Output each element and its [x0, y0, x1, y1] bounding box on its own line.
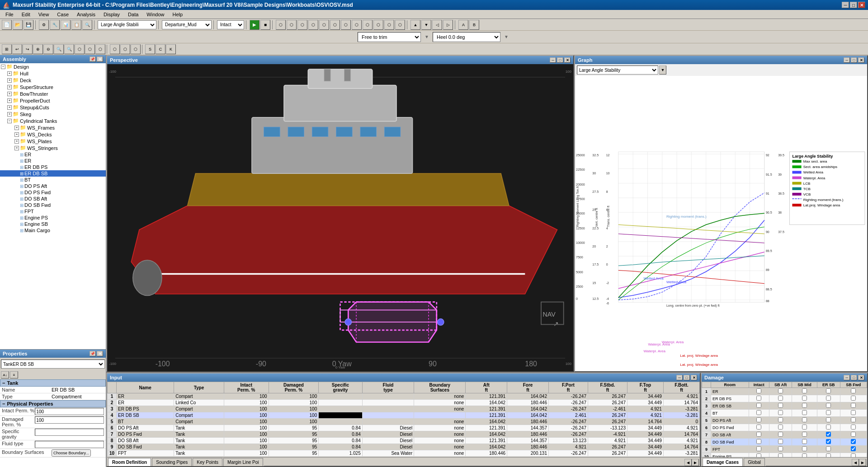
btn4[interactable]: 📊 — [61, 20, 71, 30]
properties-tank-dropdown[interactable]: TankER DB SB — [1, 360, 105, 369]
tree-item-dopsfwd[interactable]: ⊞ DO PS Fwd — [0, 189, 106, 196]
tree-item-skeg[interactable]: + 📁 Skeg — [0, 111, 106, 117]
dmg-chk-sbfwd[interactable] — [840, 417, 867, 424]
phys-section-header[interactable]: − Physical Properties — [0, 400, 106, 407]
save-btn[interactable]: 💾 — [24, 20, 33, 30]
menu-help[interactable]: Help — [169, 11, 186, 18]
dmg-chk-sbaft[interactable] — [769, 453, 792, 458]
tree-item-wsframes[interactable]: + 📁 WS_Frames — [0, 124, 106, 131]
dmg-chk-sbaft[interactable] — [769, 410, 792, 417]
input-min-btn[interactable]: ─ — [676, 375, 683, 380]
input-max-btn[interactable]: □ — [684, 375, 690, 380]
close-button[interactable]: ✕ — [858, 2, 865, 8]
assembly-close-btn[interactable]: ✕ — [97, 56, 103, 62]
assembly-pin-btn[interactable]: 📌 — [90, 56, 96, 62]
tb16[interactable]: ⬡ — [373, 20, 383, 30]
tree-item-erdbsb[interactable]: ⊞ ER DB SB — [0, 170, 106, 177]
dmg-chk-sbaft[interactable] — [769, 446, 792, 453]
tab-global[interactable]: Global — [744, 458, 765, 466]
btn2[interactable]: ⚙ — [39, 20, 49, 30]
persp-close-btn[interactable]: ✕ — [564, 57, 571, 63]
dmg-chk-sbaft[interactable] — [769, 417, 792, 424]
r3b2[interactable]: ↩ — [12, 44, 22, 54]
tree-item-cylindrical[interactable]: − 📁 Cylindrical Tanks — [0, 117, 106, 124]
tabs-scroll-right[interactable]: ▶ — [692, 459, 699, 466]
dmg-chk-sbaft[interactable] — [769, 395, 792, 402]
tb7[interactable]: ⬡ — [276, 20, 286, 30]
dmg-chk-intact[interactable] — [749, 446, 769, 453]
tree-item-stepup[interactable]: + 📁 Stepup&Cuts — [0, 104, 106, 111]
tab-room-def[interactable]: Room Definition — [108, 458, 151, 466]
r3b15[interactable]: C — [156, 44, 165, 54]
r3b5[interactable]: ⊖ — [43, 44, 53, 54]
tb20[interactable]: ▼ — [421, 20, 431, 30]
tree-item-dosbfwd[interactable]: ⊞ DO SB Fwd — [0, 202, 106, 208]
tree-item-er2[interactable]: ⊞ ER — [0, 158, 106, 164]
dmg-chk-sbmid[interactable] — [792, 439, 817, 446]
persp-max-btn[interactable]: □ — [557, 57, 563, 63]
case-dropdown[interactable]: Departure_Mud — [162, 20, 212, 29]
dmg-chk-ersb[interactable] — [817, 388, 840, 395]
dmg-chk-sbfwd[interactable] — [840, 410, 867, 417]
dmg-chk-intact[interactable] — [749, 453, 769, 458]
dmg-chk-intact[interactable] — [749, 388, 769, 395]
tb17[interactable]: ⬡ — [384, 20, 394, 30]
dmg-chk-intact[interactable] — [749, 439, 769, 446]
dmg-chk-sbfwd[interactable] — [840, 388, 867, 395]
dmg-chk-sbmid[interactable] — [792, 446, 817, 453]
menu-data[interactable]: Data — [124, 11, 142, 18]
dmg-chk-sbfwd[interactable] — [840, 402, 867, 410]
dmg-chk-sbfwd[interactable] — [840, 439, 867, 446]
dmg-chk-sbaft[interactable] — [769, 424, 792, 431]
menu-case[interactable]: Case — [53, 11, 72, 18]
open-btn[interactable]: 📂 — [13, 20, 23, 30]
tree-item-deck[interactable]: + 📁 Deck — [0, 77, 106, 84]
tb21[interactable]: ◁ — [432, 20, 442, 30]
r3b16[interactable]: K — [166, 44, 176, 54]
menu-edit[interactable]: Edit — [18, 11, 34, 18]
graph-analysis-dropdown[interactable]: Large Angle Stability — [577, 65, 658, 75]
sort-group-btn[interactable]: ≡ — [10, 371, 18, 378]
tree-item-wsdecks[interactable]: + 📁 WS_Decks — [0, 131, 106, 138]
btn6[interactable]: 🔍 — [82, 20, 92, 30]
input-table-row[interactable]: 3 ER DB PS Compart 100 100 none 121.391 … — [108, 406, 700, 412]
run-btn[interactable]: ▶ — [250, 20, 259, 30]
properties-close-btn[interactable]: ✕ — [97, 351, 103, 356]
dmg-chk-ersb[interactable] — [817, 439, 840, 446]
dmg-chk-sbfwd[interactable] — [840, 453, 867, 458]
r3b6[interactable]: 🔍 — [54, 44, 64, 54]
input-table-container[interactable]: Name Type IntactPerm. % DamagedPerm. % S… — [107, 382, 700, 457]
tb18[interactable]: ⬡ — [395, 20, 405, 30]
btn3[interactable]: 🔧 — [50, 20, 60, 30]
damage-close-btn[interactable]: ✕ — [858, 375, 864, 380]
dmg-chk-ersb[interactable] — [817, 410, 840, 417]
menu-display[interactable]: Display — [100, 11, 123, 18]
input-table-row[interactable]: 9 DO SB Fwd Tank 100 95 0.84 Diesel none… — [108, 444, 700, 450]
tb22[interactable]: ▷ — [443, 20, 453, 30]
r3b1[interactable]: ⊞ — [2, 44, 12, 54]
r3b9[interactable]: ⬡ — [85, 44, 95, 54]
menu-window[interactable]: Window — [143, 11, 168, 18]
tb12[interactable]: ⬡ — [330, 20, 340, 30]
tab-damage-cases[interactable]: Damage Cases — [703, 458, 743, 466]
boundary-btn[interactable]: Choose Boundary... — [52, 449, 91, 457]
stop-btn[interactable]: ■ — [260, 20, 270, 30]
tree-item-dosbaft[interactable]: ⊞ DO SB Aft — [0, 196, 106, 202]
dmg-chk-ersb[interactable] — [817, 424, 840, 431]
damaged-perm-input[interactable] — [35, 416, 104, 424]
graph-dropdown-arrow[interactable]: ▼ — [659, 65, 666, 75]
dmg-chk-sbfwd[interactable] — [840, 424, 867, 431]
input-table-row[interactable]: 5 BT Compart 100 100 none 164.042 180.44… — [108, 419, 700, 425]
r3b13[interactable]: ⬡ — [131, 44, 141, 54]
sort-alpha-btn[interactable]: A↓ — [1, 371, 9, 378]
tb19[interactable]: ▲ — [410, 20, 420, 30]
dmg-chk-sbmid[interactable] — [792, 395, 817, 402]
minimize-button[interactable]: ─ — [842, 2, 849, 8]
tabs-scroll-left[interactable]: ◀ — [684, 459, 692, 466]
tree-item-design[interactable]: − 📁 Design — [0, 63, 106, 70]
dmg-chk-sbaft[interactable] — [769, 402, 792, 410]
condition-dropdown[interactable]: Intact — [217, 20, 244, 29]
input-table-row[interactable]: 6 DO PS Aft Tank 100 95 0.84 Diesel none… — [108, 425, 700, 431]
dmg-chk-ersb[interactable] — [817, 431, 840, 439]
tab-margin[interactable]: Margin Line Poi — [223, 458, 263, 466]
